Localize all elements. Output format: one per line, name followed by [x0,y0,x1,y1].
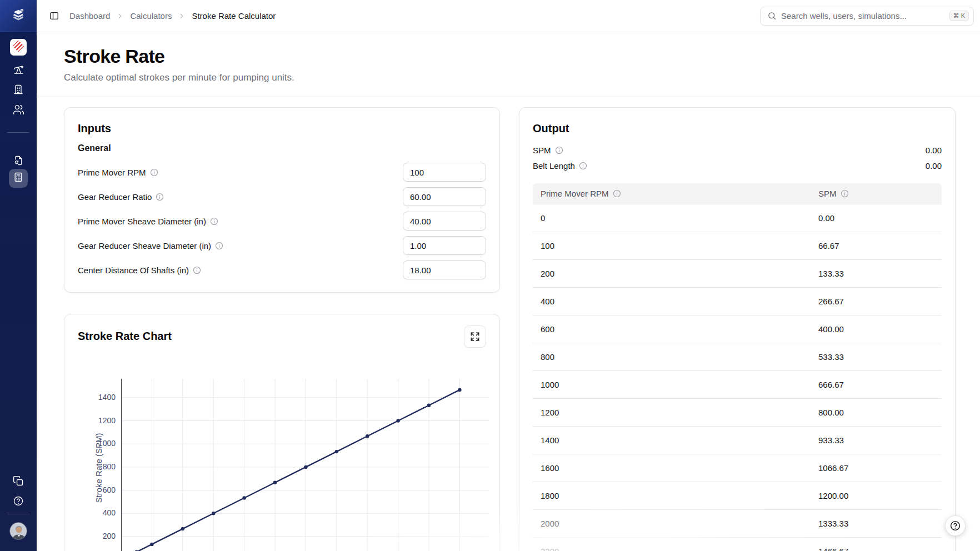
spm-cell: 1333.33 [818,519,848,528]
info-icon[interactable] [613,189,621,198]
rpm-cell: 200 [533,269,554,278]
field-label: Gear Reducer Ratio [78,192,152,202]
summary-row-belt-length: Belt Length0.00 [533,158,942,173]
user-avatar[interactable] [9,522,27,540]
data-point [273,481,277,484]
info-icon[interactable] [555,146,563,154]
table-row: 18001200.00 [533,482,942,510]
center-distance-of-shafts-in-input[interactable] [403,261,486,279]
data-point [212,512,215,515]
sidebar-item-documents[interactable] [0,475,37,489]
info-icon[interactable] [579,162,587,170]
spm-cell: 1466.67 [818,547,848,551]
prime-mover-sheave-diameter-in-input[interactable] [403,212,486,231]
chart-card: Stroke Rate Chart Stroke Rate (SPM) 2004… [64,314,500,551]
field-label: Gear Reducer Sheave Diameter (in) [78,241,211,251]
expand-icon [470,332,480,342]
data-point [242,496,246,499]
output-card-title: Output [533,122,569,135]
chart-expand-button[interactable] [464,325,486,348]
rpm-cell: 2000 [533,519,559,528]
data-point [150,543,153,546]
inputs-card-title: Inputs [78,122,111,135]
spm-cell: 400.00 [818,324,844,334]
search-shortcut-badge: ⌘ K [949,11,969,21]
help-icon [13,495,24,509]
info-icon[interactable] [156,193,164,201]
data-point [427,404,431,407]
panel-left-icon [49,11,59,21]
help-icon [949,520,961,532]
spm-cell: 0.00 [818,213,834,223]
gear-reducer-sheave-diameter-in-input[interactable] [403,236,486,255]
table-header-row: Prime Mover RPMSPM [533,183,942,204]
simulations-icon [13,155,24,168]
rpm-spm-table: Prime Mover RPMSPM00.0010066.67200133.33… [533,183,942,551]
sidebar-item-facilities[interactable] [0,84,37,97]
calculator-icon [13,172,24,185]
breadcrumb-item-calculators[interactable]: Calculators [130,11,172,21]
search-icon [767,11,777,21]
field-label: Prime Mover RPM [78,168,146,177]
spm-cell: 1200.00 [818,491,848,500]
table-row: 20001333.33 [533,510,942,538]
gear-reducer-ratio-input[interactable] [403,187,486,206]
field-label: Prime Mover Sheave Diameter (in) [78,217,206,226]
data-point [304,465,307,469]
summary-value: 0.00 [926,146,942,155]
rpm-cell: 800 [533,352,554,362]
app-root: P [0,0,980,551]
input-row-prime-mover-rpm: Prime Mover RPM [78,163,486,182]
spm-cell: 666.67 [818,380,844,389]
y-tick-label: 1000 [88,439,116,448]
pumpjack-icon [13,63,24,77]
info-icon[interactable] [193,266,201,274]
input-row-center-distance-of-shafts-in: Center Distance Of Shafts (in) [78,261,486,279]
rpm-cell: 1800 [533,491,559,500]
table-row: 800533.33 [533,343,942,371]
app-logo-block[interactable]: P [0,0,37,32]
y-tick-label: 400 [88,508,116,517]
data-point [181,527,184,530]
sidebar-toggle-button[interactable] [46,8,62,24]
spm-cell: 133.33 [818,269,844,278]
sidebar-item-help[interactable] [0,495,37,509]
sidebar-item-calculators[interactable] [9,169,28,188]
company-logo-icon [11,39,26,56]
search-input[interactable] [781,11,945,21]
y-tick-label: 1200 [88,416,116,425]
prime-mover-rpm-input[interactable] [403,163,486,182]
sidebar-divider [7,132,29,133]
table-row: 1200800.00 [533,399,942,427]
rpm-cell: 600 [533,324,554,334]
sidebar: P [0,0,37,551]
sidebar-item-wells[interactable] [0,63,37,77]
info-icon[interactable] [215,242,223,250]
table-row: 22001466.67 [533,538,942,551]
rpm-cell: 1400 [533,435,559,445]
chart-card-title: Stroke Rate Chart [78,330,172,343]
sidebar-item-company-logo[interactable] [10,39,27,56]
sidebar-item-simulations[interactable] [0,155,37,168]
spm-cell: 800.00 [818,408,844,417]
info-icon[interactable] [210,217,218,226]
help-floating-button[interactable] [945,515,966,536]
field-label: Center Distance Of Shafts (in) [78,266,189,275]
sidebar-divider-bottom [7,514,29,514]
info-icon[interactable] [841,189,849,198]
info-icon[interactable] [150,168,158,177]
spm-cell: 933.33 [818,435,844,445]
table-row: 16001066.67 [533,454,942,482]
rpm-cell: 1600 [533,463,559,473]
breadcrumb-item-dashboard[interactable]: Dashboard [69,11,110,21]
rpm-cell: 2200 [533,547,559,551]
breadcrumb: DashboardCalculatorsStroke Rate Calculat… [69,11,276,21]
rpm-cell: 1200 [533,408,559,417]
data-point [458,388,461,392]
column-header: Prime Mover RPM [541,189,609,198]
input-row-gear-reducer-ratio: Gear Reducer Ratio [78,187,486,206]
sidebar-item-users[interactable] [0,104,37,118]
spm-cell: 1066.67 [818,463,848,473]
inputs-card: Inputs General Prime Mover RPMGear Reduc… [64,107,500,293]
rpm-cell: 400 [533,297,554,306]
